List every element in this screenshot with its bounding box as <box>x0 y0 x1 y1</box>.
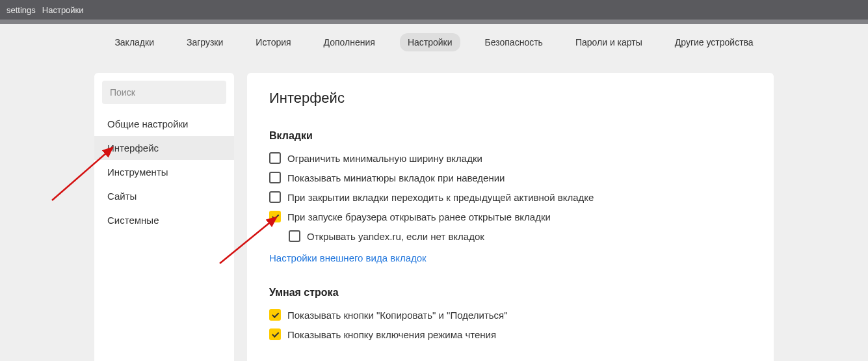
nav-passwords[interactable]: Пароли и карты <box>568 33 650 51</box>
settings-sidebar: Поиск Общие настройки Интерфейс Инструме… <box>94 73 234 361</box>
sidebar-item-tools[interactable]: Инструменты <box>94 160 234 184</box>
page-title: Интерфейс <box>269 90 752 107</box>
nav-downloads[interactable]: Загрузки <box>179 33 231 51</box>
window-titlebar: settings Настройки <box>0 0 868 20</box>
section-smartbar-title: Умная строка <box>269 287 752 299</box>
label-close-to-prev: При закрытии вкладки переходить к предыд… <box>287 192 594 203</box>
nav-devices[interactable]: Другие устройства <box>667 33 761 51</box>
sidebar-item-general[interactable]: Общие настройки <box>94 112 234 136</box>
checkbox-open-yandex[interactable] <box>289 230 300 242</box>
label-open-yandex: Открывать yandex.ru, если нет вкладок <box>307 231 484 242</box>
top-nav: Закладки Загрузки История Дополнения Нас… <box>0 24 868 60</box>
nav-addons[interactable]: Дополнения <box>316 33 383 51</box>
checkbox-reader-mode[interactable] <box>269 328 281 340</box>
label-show-thumbnails: Показывать миниатюры вкладок при наведен… <box>287 172 505 183</box>
label-limit-tab-width: Ограничить минимальную ширину вкладки <box>287 153 482 164</box>
checkbox-show-thumbnails[interactable] <box>269 172 281 183</box>
section-tabs-title: Вкладки <box>269 130 752 142</box>
sidebar-item-sites[interactable]: Сайты <box>94 184 234 208</box>
checkbox-restore-tabs[interactable] <box>269 211 281 222</box>
checkbox-copy-share[interactable] <box>269 309 281 321</box>
nav-history[interactable]: История <box>248 33 298 51</box>
titlebar-text-left: settings <box>7 5 36 15</box>
checkbox-limit-tab-width[interactable] <box>269 152 281 164</box>
nav-settings[interactable]: Настройки <box>400 33 460 51</box>
decorative-bar <box>0 20 868 24</box>
nav-security[interactable]: Безопасность <box>477 33 551 51</box>
sidebar-item-system[interactable]: Системные <box>94 208 234 232</box>
main-panel: Интерфейс Вкладки Ограничить минимальную… <box>247 73 774 361</box>
nav-bookmarks[interactable]: Закладки <box>107 33 162 51</box>
label-copy-share: Показывать кнопки "Копировать" и "Подели… <box>287 310 508 321</box>
titlebar-text-right: Настройки <box>42 5 84 15</box>
link-tab-appearance[interactable]: Настройки внешнего вида вкладок <box>269 252 427 263</box>
label-reader-mode: Показывать кнопку включения режима чтени… <box>287 329 496 340</box>
checkbox-close-to-prev[interactable] <box>269 191 281 203</box>
label-restore-tabs: При запуске браузера открывать ранее отк… <box>287 211 551 222</box>
sidebar-item-interface[interactable]: Интерфейс <box>94 136 234 160</box>
search-input[interactable]: Поиск <box>102 81 226 104</box>
